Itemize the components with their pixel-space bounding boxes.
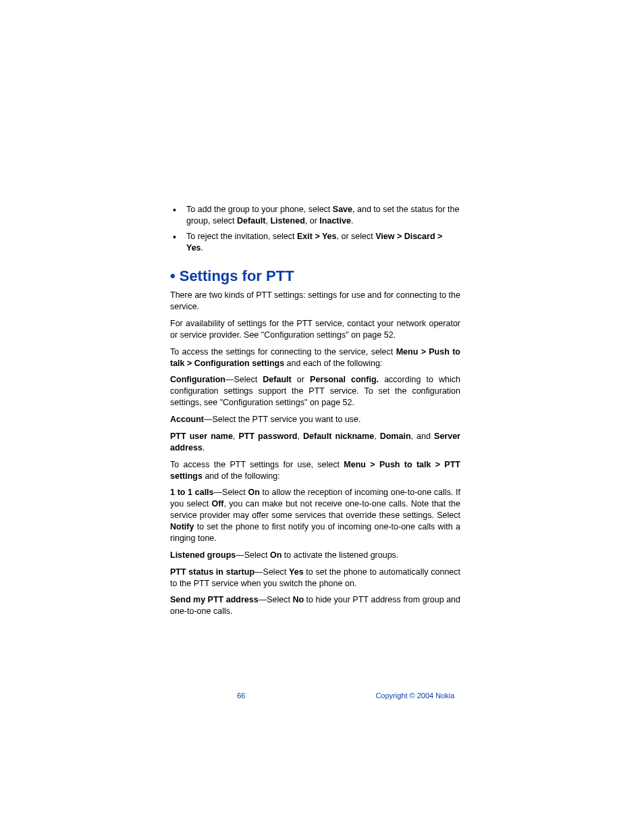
text: —Select <box>259 595 293 604</box>
page-footer: 66Copyright © 2004 Nokia <box>170 691 460 701</box>
bold: On <box>248 488 259 497</box>
bold: 1 to 1 calls <box>170 488 214 497</box>
bullet-item-1: To add the group to your phone, select S… <box>170 204 460 227</box>
paragraph: There are two kinds of PTT settings: set… <box>170 290 460 313</box>
text: , and <box>411 432 435 441</box>
bold: Domain <box>380 432 411 441</box>
text: To access the PTT settings for use, sele… <box>170 460 344 469</box>
bold: Default nickname <box>303 432 374 441</box>
bold: PTT user name <box>170 432 233 441</box>
text: and each of the following: <box>284 359 382 368</box>
text: To add the group to your phone, select <box>186 205 333 214</box>
bold: Notify <box>170 522 194 531</box>
paragraph: PTT user name, PTT password, Default nic… <box>170 431 460 454</box>
bold: Yes <box>289 567 304 577</box>
paragraph: 1 to 1 calls—Select On to allow the rece… <box>170 487 460 544</box>
bold: Configuration <box>170 375 225 384</box>
paragraph: For availability of settings for the PTT… <box>170 318 460 341</box>
text: , or <box>305 216 320 226</box>
bold: Send my PTT address <box>170 595 259 604</box>
bold: Default <box>237 216 265 226</box>
text: —Select <box>214 488 248 497</box>
bold: No <box>292 595 304 604</box>
bold: Save <box>333 205 352 214</box>
bullet-item-2: To reject the invitation, select Exit > … <box>170 231 460 254</box>
text: . <box>201 243 203 253</box>
paragraph: Listened groups—Select On to activate th… <box>170 550 460 561</box>
bold: Personal config. <box>310 375 379 384</box>
paragraph: Account—Select the PTT service you want … <box>170 414 460 425</box>
text: or <box>292 375 310 384</box>
text: and of the following: <box>203 471 280 481</box>
section-heading: •Settings for PTT <box>170 266 460 286</box>
bold: Off <box>211 499 223 509</box>
page-content: To add the group to your phone, select S… <box>170 204 460 623</box>
text: To access the settings for connecting to… <box>170 347 396 357</box>
text: —Select the PTT service you want to use. <box>204 415 361 424</box>
heading-text: Settings for PTT <box>180 267 294 284</box>
text: . <box>203 443 205 452</box>
bold: Listened <box>270 216 304 226</box>
text: To reject the invitation, select <box>186 232 297 241</box>
bold: Account <box>170 415 204 424</box>
text: to activate the listened groups. <box>281 550 398 560</box>
bold: Listened groups <box>170 550 236 560</box>
bold: On <box>270 550 281 560</box>
text: . <box>351 216 353 226</box>
bullet-list: To add the group to your phone, select S… <box>170 204 460 254</box>
text: , or select <box>336 232 375 241</box>
bold: PTT password <box>238 432 297 441</box>
text: , <box>374 432 380 441</box>
paragraph: To access the PTT settings for use, sele… <box>170 459 460 482</box>
text: —Select <box>236 550 270 560</box>
text: to set the phone to first notify you of … <box>170 522 460 543</box>
paragraph: Configuration—Select Default or Personal… <box>170 374 460 409</box>
text: , <box>297 432 303 441</box>
text: —Select <box>225 375 263 384</box>
page-number: 66 <box>170 691 313 701</box>
paragraph: PTT status in startup—Select Yes to set … <box>170 567 460 590</box>
paragraph: To access the settings for connecting to… <box>170 346 460 369</box>
bold: Exit > Yes <box>297 232 337 241</box>
text: —Select <box>254 567 289 577</box>
bold: Default <box>263 375 291 384</box>
bold: Inactive <box>319 216 351 226</box>
bold: PTT status in startup <box>170 567 254 577</box>
heading-bullet-icon: • <box>170 267 176 284</box>
paragraph: Send my PTT address—Select No to hide yo… <box>170 594 460 617</box>
copyright-text: Copyright © 2004 Nokia <box>313 691 455 701</box>
